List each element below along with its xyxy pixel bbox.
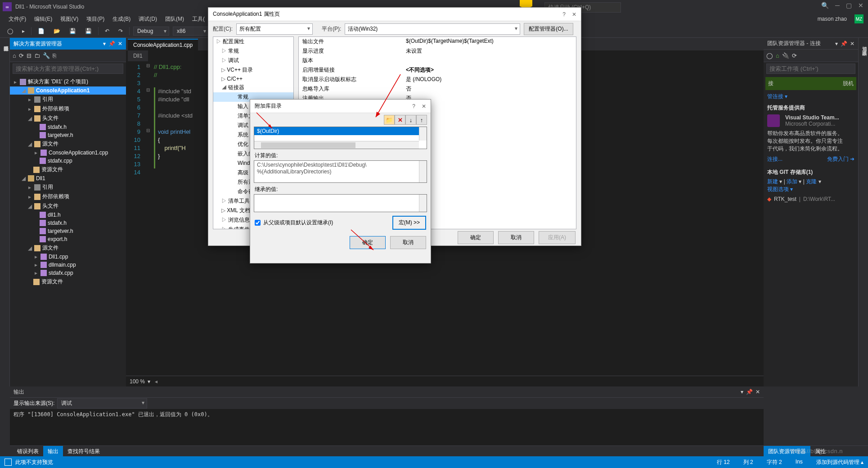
close-button[interactable]: ✕ (858, 2, 864, 9)
menu-debug[interactable]: 调试(D) (135, 14, 161, 24)
project-node-dll1[interactable]: ◢Dll1 (10, 174, 126, 182)
file-dll1-stdafx-cpp[interactable]: ▸stdafx.cpp (10, 269, 126, 277)
menu-project[interactable]: 项目(P) (82, 14, 108, 24)
sync-icon[interactable]: ⟳ (19, 52, 24, 59)
status-scm[interactable]: 添加到源代码管理 ▴ (816, 459, 864, 466)
file-export-h[interactable]: export.h (10, 235, 126, 243)
showall-icon[interactable]: 🗀 (34, 52, 40, 59)
dll1-resource-files[interactable]: 资源文件 (10, 277, 126, 286)
inherit-checkbox[interactable] (255, 220, 261, 226)
file-stdafx-h[interactable]: stdafx.h (10, 123, 126, 131)
references-node[interactable]: ▸引用 (10, 95, 126, 104)
file-consoleapp-cpp[interactable]: ▸ConsoleApplication1.cpp (10, 149, 126, 157)
file-dll1-targetver-h[interactable]: targetver.h (10, 227, 126, 235)
dll1-header-files[interactable]: ◢头文件 (10, 201, 126, 211)
file-dll1-stdafx-h[interactable]: stdafx.h (10, 219, 126, 227)
out-dropdown-icon[interactable]: ▾ (741, 389, 743, 395)
platform-combo[interactable]: x86 (173, 27, 209, 36)
connect-link[interactable]: 连接... (767, 155, 783, 163)
free-start-link[interactable]: 免费入门 ➜ (827, 155, 855, 163)
dll1-source-files[interactable]: ◢源文件 (10, 243, 126, 253)
dll1-references[interactable]: ▸引用 (10, 182, 126, 192)
config-manager-button[interactable]: 配置管理器(O)... (524, 23, 573, 35)
scrollbar-horizontal[interactable] (254, 141, 419, 149)
search-icon[interactable]: 🔍 (821, 2, 829, 9)
doc-tab-consoleapp[interactable]: ConsoleApplication1.cpp (128, 39, 198, 50)
lib-paths-list[interactable]: $(OutDir) (254, 127, 427, 149)
delete-line-button[interactable]: ✕ (395, 115, 405, 125)
config-select[interactable]: 所有配置 (236, 23, 313, 35)
out-pin-icon[interactable]: 📌 (746, 389, 753, 395)
home-icon[interactable]: ⌂ (13, 52, 16, 59)
menu-view[interactable]: 视图(V) (56, 14, 82, 24)
move-down-button[interactable]: ↓ (405, 115, 416, 125)
file-stdafx-cpp[interactable]: stdafx.cpp (10, 157, 126, 165)
rp-plug-icon[interactable]: 🔌 (782, 52, 789, 59)
rp-back-icon[interactable]: ◯ (766, 52, 773, 59)
git-add-link[interactable]: 添加 (787, 178, 797, 185)
new-line-button[interactable]: 📁 (384, 115, 395, 125)
output-text[interactable]: 程序 "[13600] ConsoleApplication1.exe" 已退出… (10, 409, 764, 445)
prop-ok-button[interactable]: 确定 (458, 231, 494, 244)
dll1-external-deps[interactable]: ▸外部依赖项 (10, 192, 126, 201)
pane-close-icon[interactable]: ✕ (118, 41, 122, 47)
header-files-node[interactable]: ◢头文件 (10, 114, 126, 123)
pane-dropdown-icon[interactable]: ▾ (103, 41, 106, 47)
user-avatar[interactable]: MZ (855, 14, 864, 23)
menu-tools[interactable]: 工具( (188, 14, 209, 24)
maximize-button[interactable]: ▢ (846, 2, 852, 9)
manage-connections-link[interactable]: 管连接 ▾ (767, 93, 855, 100)
git-view-link[interactable]: 视图选项 ▾ (767, 186, 855, 193)
output-tab[interactable]: 输出 (43, 446, 63, 456)
file-dll1-cpp[interactable]: ▸Dll1.cpp (10, 253, 126, 261)
menu-build[interactable]: 生成(B) (108, 14, 135, 24)
rp-search-input[interactable] (766, 64, 855, 74)
lib-help-icon[interactable]: ? (412, 103, 415, 109)
project-node-consoleapp[interactable]: ◢ConsoleApplication1 (10, 86, 126, 95)
lib-cancel-button[interactable]: 取消 (390, 236, 426, 249)
rp-close-icon[interactable]: ✕ (850, 41, 855, 47)
file-dllmain-cpp[interactable]: ▸dllmain.cpp (10, 261, 126, 269)
move-up-button[interactable]: ↑ (416, 115, 427, 125)
rp-dropdown-icon[interactable]: ▾ (835, 41, 838, 47)
external-deps-node[interactable]: ▸外部依赖项 (10, 104, 126, 114)
lib-ok-button[interactable]: 确定 (350, 236, 386, 249)
scrollbar-vertical[interactable] (419, 127, 427, 141)
preview-icon[interactable]: ⎘ (53, 52, 56, 59)
file-dll1-h[interactable]: dll1.h (10, 211, 126, 219)
resource-files-node[interactable]: 资源文件 (10, 165, 126, 174)
nav-back-button[interactable]: ◯ (4, 27, 16, 36)
rp-home-icon[interactable]: ⌂ (776, 52, 779, 59)
properties-icon[interactable]: 🔧 (43, 52, 50, 59)
solution-search-input[interactable] (13, 64, 123, 74)
platform-select[interactable]: 活动(Win32) (345, 23, 520, 35)
prop-help-icon[interactable]: ? (562, 11, 566, 18)
minimize-button[interactable]: ─ (835, 2, 840, 9)
zoom-combo[interactable]: 100 % (130, 378, 145, 385)
redo-button[interactable]: ↷ (116, 27, 126, 36)
menu-team[interactable]: 团队(M) (161, 14, 188, 24)
nav-fwd-button[interactable]: ▸ (19, 27, 27, 36)
saveall-button[interactable]: 💾 (82, 27, 94, 36)
lib-path-entry[interactable]: $(OutDir) (254, 127, 427, 135)
source-files-node[interactable]: ◢源文件 (10, 139, 126, 149)
solution-node[interactable]: ▸解决方案 'Dll1' (2 个项目) (10, 77, 126, 86)
save-button[interactable]: 💾 (67, 27, 79, 36)
prop-close-icon[interactable]: ✕ (572, 11, 576, 18)
find-symbol-tab[interactable]: 查找符号结果 (63, 446, 104, 456)
git-repo-name[interactable]: RTK_test (774, 196, 796, 202)
nav-bar-scope[interactable]: Dll1 (128, 50, 148, 61)
new-project-button[interactable]: 📄 (35, 27, 47, 36)
undo-button[interactable]: ↶ (102, 27, 112, 36)
out-close-icon[interactable]: ✕ (756, 389, 760, 395)
file-targetver-h[interactable]: targetver.h (10, 131, 126, 139)
config-combo[interactable]: Debug (133, 27, 169, 36)
menu-file[interactable]: 文件(F) (4, 14, 30, 24)
rp-refresh-icon[interactable]: ⟳ (792, 52, 797, 59)
menu-edit[interactable]: 编辑(E) (30, 14, 56, 24)
error-list-tab[interactable]: 错误列表 (13, 446, 43, 456)
prop-cancel-button[interactable]: 取消 (498, 231, 534, 244)
open-button[interactable]: 📂 (51, 27, 63, 36)
rp-pin-icon[interactable]: 📌 (841, 41, 847, 47)
pane-pin-icon[interactable]: 📌 (108, 41, 115, 47)
